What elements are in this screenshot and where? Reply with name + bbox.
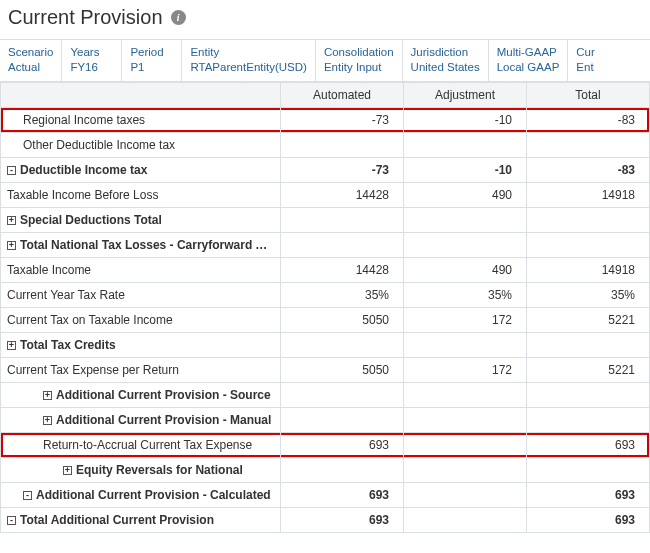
data-grid: Automated Adjustment Total Regional Inco… [0, 82, 650, 533]
pov-cell[interactable]: JurisdictionUnited States [403, 40, 489, 81]
table-row: Current Year Tax Rate35%35%35% [1, 283, 650, 308]
cell-total: 693 [527, 508, 650, 533]
pov-cell[interactable]: PeriodP1 [122, 40, 182, 81]
cell-automated: -73 [281, 158, 404, 183]
table-row: Taxable Income Before Loss1442849014918 [1, 183, 650, 208]
row-label: Additional Current Provision - Manual [56, 413, 271, 427]
row-header[interactable]: -Deductible Income tax [1, 158, 281, 183]
row-header[interactable]: +Total Tax Credits [1, 333, 281, 358]
row-header[interactable]: Return-to-Accrual Current Tax Expense [1, 433, 281, 458]
cell-automated: 5050 [281, 358, 404, 383]
cell-total [527, 408, 650, 433]
row-label: Return-to-Accrual Current Tax Expense [43, 438, 252, 452]
pov-dimension-value: Local GAAP [497, 60, 560, 75]
cell-adjustment: -10 [404, 158, 527, 183]
cell-automated [281, 333, 404, 358]
row-header[interactable]: Current Tax on Taxable Income [1, 308, 281, 333]
cell-adjustment: 172 [404, 308, 527, 333]
row-header[interactable]: +Special Deductions Total [1, 208, 281, 233]
cell-total [527, 133, 650, 158]
cell-adjustment [404, 483, 527, 508]
cell-total [527, 333, 650, 358]
row-label: Current Tax Expense per Return [7, 363, 179, 377]
cell-adjustment: 490 [404, 258, 527, 283]
expand-icon[interactable]: + [63, 466, 72, 475]
row-label: Current Tax on Taxable Income [7, 313, 173, 327]
table-row: +Additional Current Provision - Manual [1, 408, 650, 433]
cell-adjustment [404, 333, 527, 358]
expand-icon[interactable]: + [7, 241, 16, 250]
cell-total [527, 208, 650, 233]
column-header-adjustment[interactable]: Adjustment [404, 83, 527, 108]
row-label: Total Tax Credits [20, 338, 116, 352]
cell-adjustment [404, 408, 527, 433]
cell-total: 35% [527, 283, 650, 308]
pov-dimension-label: Cur [576, 45, 620, 60]
column-header-total[interactable]: Total [527, 83, 650, 108]
cell-adjustment[interactable] [404, 433, 527, 458]
cell-total: -83 [527, 158, 650, 183]
row-header[interactable]: +Equity Reversals for National [1, 458, 281, 483]
row-header[interactable]: Taxable Income [1, 258, 281, 283]
pov-dimension-value: Entity Input [324, 60, 394, 75]
cell-total: 693 [527, 483, 650, 508]
row-header[interactable]: Taxable Income Before Loss [1, 183, 281, 208]
row-header[interactable]: Current Year Tax Rate [1, 283, 281, 308]
pov-bar: ScenarioActualYearsFY16PeriodP1EntityRTA… [0, 39, 650, 82]
cell-adjustment[interactable] [404, 133, 527, 158]
pov-dimension-label: Years [70, 45, 113, 60]
pov-cell[interactable]: CurEnt [568, 40, 628, 81]
cell-automated [281, 133, 404, 158]
table-row: -Total Additional Current Provision69369… [1, 508, 650, 533]
cell-automated [281, 208, 404, 233]
row-header[interactable]: -Additional Current Provision - Calculat… [1, 483, 281, 508]
pov-dimension-label: Jurisdiction [411, 45, 480, 60]
table-row: Current Tax Expense per Return5050172522… [1, 358, 650, 383]
cell-automated: 5050 [281, 308, 404, 333]
collapse-icon[interactable]: - [7, 166, 16, 175]
cell-automated: 693 [281, 508, 404, 533]
pov-cell[interactable]: YearsFY16 [62, 40, 122, 81]
cell-adjustment: -10 [404, 108, 527, 133]
cell-adjustment: 490 [404, 183, 527, 208]
pov-dimension-value: Ent [576, 60, 620, 75]
row-header[interactable]: Other Deductible Income tax [1, 133, 281, 158]
table-row: +Special Deductions Total [1, 208, 650, 233]
row-header[interactable]: +Additional Current Provision - Manual [1, 408, 281, 433]
pov-dimension-value: Actual [8, 60, 53, 75]
pov-dimension-value: FY16 [70, 60, 113, 75]
expand-icon[interactable]: + [7, 216, 16, 225]
collapse-icon[interactable]: - [7, 516, 16, 525]
cell-total [527, 383, 650, 408]
row-header[interactable]: -Total Additional Current Provision [1, 508, 281, 533]
pov-dimension-label: Entity [190, 45, 307, 60]
pov-cell[interactable]: ConsolidationEntity Input [316, 40, 403, 81]
pov-dimension-value: United States [411, 60, 480, 75]
row-header[interactable]: +Additional Current Provision - Source [1, 383, 281, 408]
pov-cell[interactable]: ScenarioActual [0, 40, 62, 81]
table-row: +Additional Current Provision - Source [1, 383, 650, 408]
pov-cell[interactable]: Multi-GAAPLocal GAAP [489, 40, 569, 81]
row-label: Additional Current Provision - Calculate… [36, 488, 271, 502]
expand-icon[interactable]: + [43, 391, 52, 400]
info-icon[interactable]: i [171, 10, 186, 25]
cell-adjustment [404, 208, 527, 233]
column-header-automated[interactable]: Automated [281, 83, 404, 108]
expand-icon[interactable]: + [7, 341, 16, 350]
row-header[interactable]: Regional Income taxes [1, 108, 281, 133]
collapse-icon[interactable]: - [23, 491, 32, 500]
column-header-row: Automated Adjustment Total [1, 83, 650, 108]
cell-adjustment: 172 [404, 358, 527, 383]
row-label: Total Additional Current Provision [20, 513, 214, 527]
cell-automated [281, 383, 404, 408]
pov-cell[interactable]: EntityRTAParentEntity(USD) [182, 40, 316, 81]
table-row: Taxable Income1442849014918 [1, 258, 650, 283]
cell-automated: 14428 [281, 183, 404, 208]
cell-adjustment [404, 458, 527, 483]
cell-total: 5221 [527, 308, 650, 333]
row-header[interactable]: +Total National Tax Losses - Carryforwar… [1, 233, 281, 258]
expand-icon[interactable]: + [43, 416, 52, 425]
cell-total: 5221 [527, 358, 650, 383]
row-header[interactable]: Current Tax Expense per Return [1, 358, 281, 383]
row-label: Deductible Income tax [20, 163, 147, 177]
